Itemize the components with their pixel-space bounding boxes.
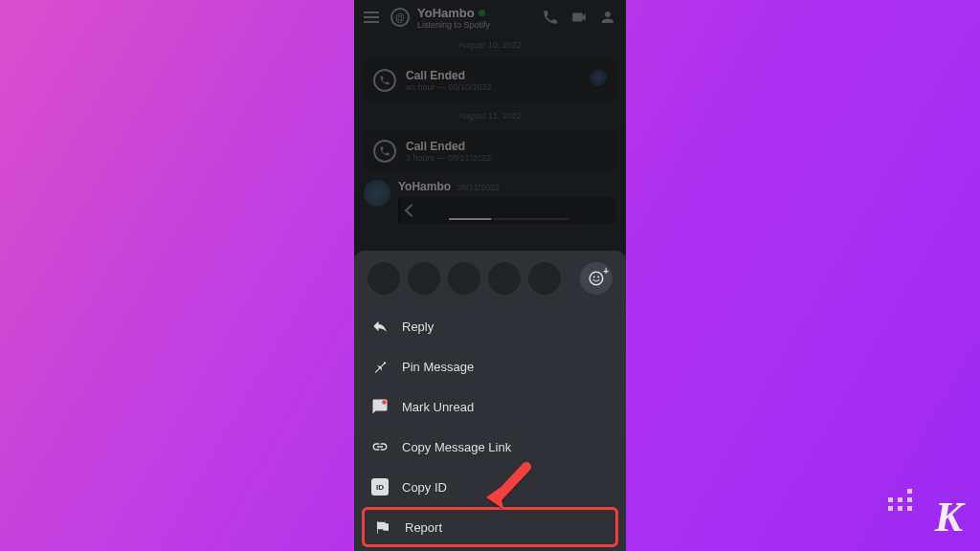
- report-menu-item[interactable]: Report: [362, 507, 618, 547]
- message-embed-preview[interactable]: [398, 197, 616, 224]
- chat-bubble-icon: [371, 398, 389, 415]
- header-title-block[interactable]: YoHambo Listening to Spotify: [417, 6, 534, 30]
- reply-icon: [371, 318, 389, 335]
- call-ended-card[interactable]: Call Ended an hour — 08/10/2022: [364, 59, 616, 101]
- phone-icon: [373, 69, 396, 92]
- at-icon: @: [390, 8, 410, 27]
- online-status-dot: [479, 10, 485, 16]
- message[interactable]: YoHambo 08/11/2022: [354, 176, 626, 228]
- svg-point-2: [597, 276, 599, 278]
- call-ended-card[interactable]: Call Ended 3 hours — 08/11/2022: [364, 130, 616, 172]
- quick-reactions-row: +: [354, 262, 626, 306]
- add-reaction-button[interactable]: +: [580, 262, 612, 295]
- caller-avatar: [590, 69, 607, 86]
- progress-bar: [449, 218, 568, 220]
- dm-username: YoHambo: [417, 6, 475, 20]
- discord-mobile-screen: @ YoHambo Listening to Spotify August 10…: [354, 0, 626, 551]
- svg-point-1: [593, 276, 595, 278]
- voice-call-icon[interactable]: [542, 9, 559, 26]
- menu-label: Reply: [402, 320, 434, 334]
- link-icon: [371, 438, 389, 455]
- message-timestamp: 08/11/2022: [457, 183, 500, 192]
- call-title: Call Ended: [406, 140, 491, 153]
- message-avatar[interactable]: [364, 180, 390, 207]
- back-chevron-icon: [405, 204, 418, 217]
- copy-message-link-menu-item[interactable]: Copy Message Link: [354, 427, 626, 467]
- phone-icon: [373, 140, 396, 163]
- watermark-dots: [888, 489, 913, 511]
- pin-icon: [371, 358, 389, 375]
- call-subtitle: 3 hours — 08/11/2022: [406, 153, 491, 163]
- reaction-slot[interactable]: [488, 262, 521, 295]
- reaction-slot[interactable]: [408, 262, 440, 295]
- menu-label: Report: [405, 520, 442, 535]
- plus-icon: +: [603, 266, 609, 276]
- copy-id-menu-item[interactable]: ID Copy ID: [354, 467, 626, 507]
- menu-label: Mark Unread: [402, 400, 474, 414]
- pin-message-menu-item[interactable]: Pin Message: [354, 346, 626, 386]
- dm-header: @ YoHambo Listening to Spotify: [354, 0, 626, 34]
- reaction-slot[interactable]: [368, 262, 400, 295]
- menu-label: Copy ID: [402, 480, 447, 495]
- message-author[interactable]: YoHambo: [398, 180, 451, 193]
- dm-user-status: Listening to Spotify: [417, 20, 534, 30]
- svg-point-0: [590, 272, 603, 285]
- menu-icon[interactable]: [364, 8, 383, 27]
- svg-point-3: [382, 400, 387, 405]
- call-title: Call Ended: [406, 69, 492, 82]
- id-badge-icon: ID: [371, 478, 389, 496]
- reply-menu-item[interactable]: Reply: [354, 306, 626, 346]
- flag-icon: [374, 518, 391, 536]
- date-divider: August 10, 2022: [354, 34, 626, 55]
- video-call-icon[interactable]: [570, 9, 588, 26]
- message-action-sheet: + Reply Pin Message Mark Unread Copy Mes…: [354, 251, 626, 551]
- reaction-slot[interactable]: [448, 262, 480, 295]
- reaction-slot[interactable]: [528, 262, 561, 295]
- menu-label: Pin Message: [402, 360, 474, 374]
- call-subtitle: an hour — 08/10/2022: [406, 82, 492, 92]
- date-divider: August 11, 2022: [354, 105, 626, 126]
- menu-label: Copy Message Link: [402, 440, 511, 454]
- watermark-logo: K: [935, 493, 963, 541]
- mark-unread-menu-item[interactable]: Mark Unread: [354, 386, 626, 427]
- user-profile-icon[interactable]: [599, 9, 616, 26]
